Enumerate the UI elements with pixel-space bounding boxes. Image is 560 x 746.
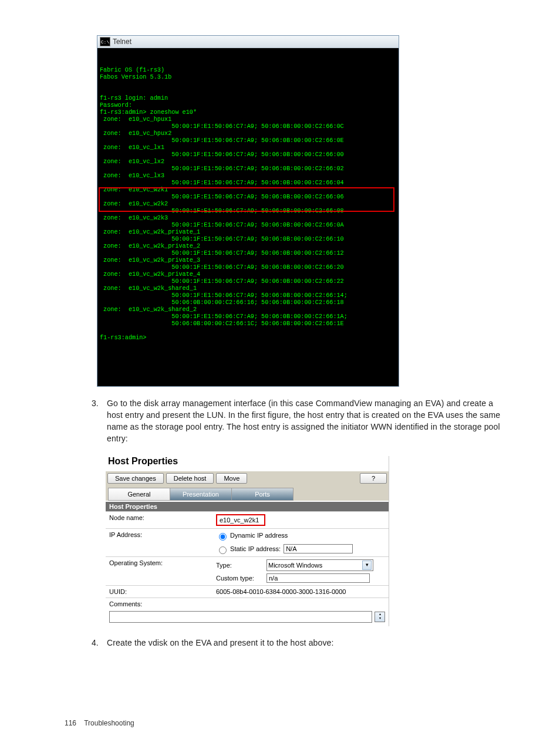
host-section-head: Host Properties xyxy=(106,502,389,511)
tab-ports[interactable]: Ports xyxy=(231,488,294,501)
host-toolbar: Save changes Delete host Move ? xyxy=(106,471,389,485)
page-footer: 116 Troubleshooting xyxy=(65,719,134,727)
step-4-body: Create the vdisk on the EVA and present … xyxy=(107,637,507,649)
comments-row: ▴▾ xyxy=(106,610,389,623)
ip-dynamic-label: Dynamic IP address xyxy=(230,532,288,539)
tab-presentation[interactable]: Presentation xyxy=(170,488,232,501)
host-tabs: General Presentation Ports xyxy=(106,485,389,501)
telnet-title: Telnet xyxy=(113,38,131,46)
step-3: 3. Go to the disk array management inter… xyxy=(92,397,507,444)
ip-static-input[interactable]: N/A xyxy=(284,544,353,553)
cmd-icon: C:\ xyxy=(100,37,110,46)
step-3-body: Go to the disk array management interfac… xyxy=(107,397,507,444)
help-button[interactable]: ? xyxy=(360,473,387,484)
step-4-number: 4. xyxy=(92,637,107,649)
os-type-value: Microsoft Windows xyxy=(268,562,322,569)
ip-static-radio[interactable] xyxy=(219,546,227,554)
tab-general[interactable]: General xyxy=(108,488,170,501)
steps-list-2: 4. Create the vdisk on the EVA and prese… xyxy=(65,637,507,649)
telnet-title-bar: C:\ Telnet xyxy=(97,36,399,48)
uuid-label: UUID: xyxy=(106,586,212,598)
node-name-label: Node name: xyxy=(106,512,212,529)
telnet-output-text: Fabric OS (f1-rs3) Fabos Version 5.3.1b … xyxy=(100,67,348,341)
footer-section: Troubleshooting xyxy=(84,719,134,727)
step-3-number: 3. xyxy=(92,397,107,444)
steps-list: 3. Go to the disk array management inter… xyxy=(65,397,507,444)
ip-address-label: IP Address: xyxy=(106,529,212,557)
telnet-window: C:\ Telnet Fabric OS (f1-rs3) Fabos Vers… xyxy=(97,35,399,387)
comments-spinner[interactable]: ▴▾ xyxy=(375,612,385,622)
chevron-down-icon: ▾ xyxy=(362,561,372,570)
page-number: 116 xyxy=(65,719,76,727)
os-type-select[interactable]: Microsoft Windows ▾ xyxy=(266,559,373,571)
step-4: 4. Create the vdisk on the EVA and prese… xyxy=(92,637,507,649)
node-name-input[interactable]: e10_vc_w2k1 xyxy=(216,514,265,526)
delete-host-button[interactable]: Delete host xyxy=(166,473,214,484)
host-panel-title: Host Properties xyxy=(108,456,389,467)
comments-input[interactable] xyxy=(109,611,372,623)
os-type-label: Type: xyxy=(216,562,262,569)
host-grid: Node name: e10_vc_w2k1 IP Address: Dynam… xyxy=(106,511,389,610)
uuid-value: 6005-08b4-0010-6384-0000-3000-1316-0000 xyxy=(212,586,389,598)
os-custom-input[interactable]: n/a xyxy=(266,573,370,583)
comments-label: Comments: xyxy=(106,598,212,610)
chevron-up-icon: ▴ xyxy=(375,612,384,616)
host-properties-panel: Host Properties Save changes Delete host… xyxy=(106,456,389,626)
telnet-body: Fabric OS (f1-rs3) Fabos Version 5.3.1b … xyxy=(97,48,399,386)
os-label: Operating System: xyxy=(106,557,212,586)
chevron-down-icon: ▾ xyxy=(375,616,384,620)
move-button[interactable]: Move xyxy=(216,473,247,484)
save-changes-button[interactable]: Save changes xyxy=(107,473,164,484)
ip-dynamic-radio[interactable] xyxy=(219,533,227,541)
ip-static-label: Static IP address: xyxy=(230,545,281,552)
os-custom-label: Custom type: xyxy=(216,575,262,582)
